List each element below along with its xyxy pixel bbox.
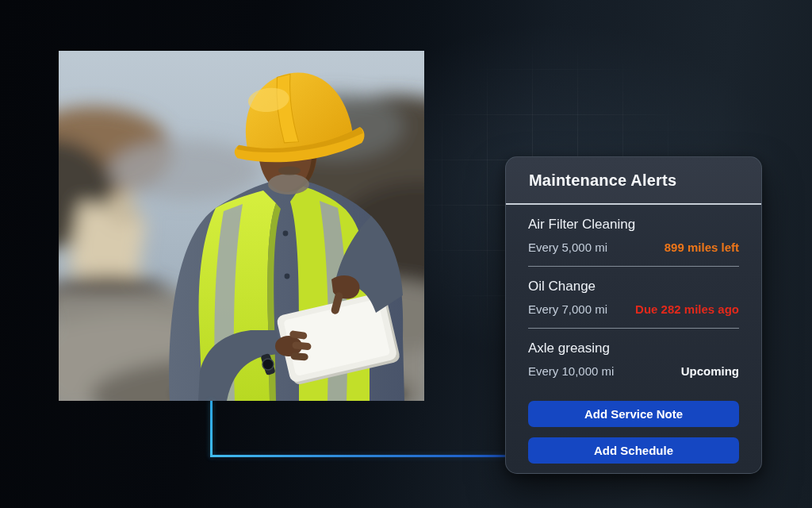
maintenance-item-axle-greasing: Axle greasing Every 10,000 mi Upcoming (528, 329, 739, 390)
worker-photo-illustration (59, 51, 424, 401)
worker-photo (59, 51, 424, 401)
item-name: Air Filter Cleaning (528, 215, 739, 233)
maintenance-item-air-filter: Air Filter Cleaning Every 5,000 mi 899 m… (528, 205, 739, 267)
item-interval: Every 5,000 mi (528, 240, 607, 256)
connector-line-horizontal (210, 455, 508, 457)
item-status-overdue: Due 282 miles ago (635, 302, 739, 318)
item-status-warning: 899 miles left (665, 240, 739, 256)
card-header: Maintenance Alerts (506, 157, 761, 205)
item-interval: Every 7,000 mi (528, 302, 607, 318)
item-name: Oil Change (528, 277, 739, 295)
maintenance-alerts-card: Maintenance Alerts Air Filter Cleaning E… (505, 156, 762, 474)
connector-line-vertical (210, 401, 213, 457)
item-name: Axle greasing (528, 339, 739, 357)
item-row: Every 7,000 mi Due 282 miles ago (528, 302, 739, 318)
item-row: Every 5,000 mi 899 miles left (528, 240, 739, 256)
item-interval: Every 10,000 mi (528, 364, 614, 379)
item-status-upcoming: Upcoming (681, 364, 739, 379)
item-row: Every 10,000 mi Upcoming (528, 364, 739, 379)
add-service-note-button[interactable]: Add Service Note (528, 401, 739, 427)
maintenance-item-oil-change: Oil Change Every 7,000 mi Due 282 miles … (528, 267, 739, 329)
add-schedule-button[interactable]: Add Schedule (528, 437, 739, 464)
card-body: Air Filter Cleaning Every 5,000 mi 899 m… (506, 205, 761, 464)
card-title: Maintenance Alerts (529, 171, 676, 190)
